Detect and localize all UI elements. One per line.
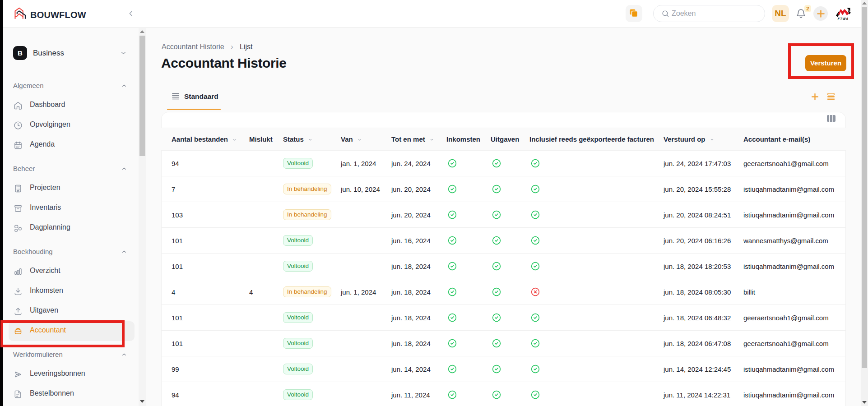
svg-text:FTWA: FTWA [838, 17, 849, 21]
